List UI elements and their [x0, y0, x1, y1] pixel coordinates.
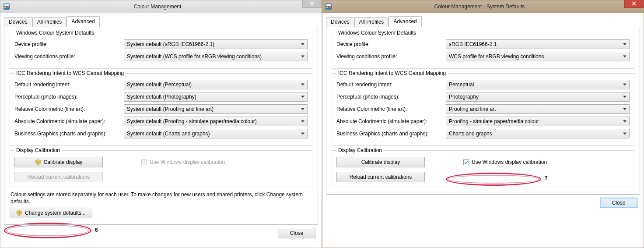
perceptual-label: Perceptual (photo images):	[14, 94, 124, 100]
titlebar[interactable]: Colour Management	[0, 0, 322, 13]
calibrate-display-label: Calibrate display	[44, 159, 83, 165]
reload-calibrations-button[interactable]: Reload current calibrations	[336, 172, 425, 182]
tabstrip: Devices All Profiles Advanced	[4, 17, 318, 27]
app-icon	[3, 3, 10, 10]
group-legend: Windows Colour System Defaults	[336, 30, 418, 36]
default-intent-label: Default rendering intent:	[14, 81, 124, 88]
close-dialog-button[interactable]: Close	[278, 228, 315, 238]
change-system-defaults-button[interactable]: Change system defaults...	[10, 208, 92, 218]
change-system-defaults-label: Change system defaults...	[25, 210, 86, 216]
absolute-label: Absolute Colorimetric (simulate paper):	[14, 118, 124, 124]
window-colour-management-system-defaults: Colour Management - System Defaults Devi…	[322, 0, 644, 248]
group-windows-defaults: Windows Colour System Defaults Device pr…	[332, 33, 634, 69]
default-intent-label: Default rendering intent:	[336, 81, 446, 88]
viewing-conditions-label: Viewing conditions profile:	[14, 53, 124, 60]
business-select[interactable]: System default (Charts and graphs)	[124, 129, 308, 138]
calibrate-display-button[interactable]: Calibrate display	[14, 157, 103, 167]
default-intent-select[interactable]: Perceptual	[446, 80, 630, 89]
group-display-calibration: Display Calibration Calibrate display Us…	[332, 150, 634, 187]
svg-rect-6	[326, 7, 328, 8]
relative-value: Proofing and line art	[449, 106, 496, 112]
close-dialog-button[interactable]: Close	[600, 198, 637, 208]
viewing-conditions-select[interactable]: WCS profile for sRGB viewing conditions	[446, 52, 630, 61]
close-icon	[310, 1, 314, 6]
group-legend: Display Calibration	[336, 147, 384, 153]
tab-devices[interactable]: Devices	[326, 17, 354, 27]
uac-shield-icon	[16, 210, 22, 216]
tab-panel-advanced: Windows Colour System Defaults Device pr…	[326, 27, 640, 195]
checkbox-box	[141, 159, 147, 165]
tab-advanced[interactable]: Advanced	[66, 16, 99, 27]
group-windows-defaults: Windows Colour System Defaults Device pr…	[10, 33, 312, 69]
dialog-footer: Close	[326, 195, 640, 211]
viewing-conditions-value: WCS profile for sRGB viewing conditions	[449, 53, 544, 60]
device-profile-label: Device profile:	[336, 41, 446, 47]
reload-calibrations-label: Reload current calibrations	[28, 174, 90, 180]
annotation-number-6: 6	[95, 227, 98, 233]
tab-advanced[interactable]: Advanced	[388, 16, 421, 27]
svg-rect-3	[7, 7, 9, 8]
tabstrip: Devices All Profiles Advanced	[326, 17, 640, 27]
group-legend: Windows Colour System Defaults	[14, 30, 96, 36]
svg-rect-2	[4, 7, 6, 8]
close-button[interactable]	[624, 0, 644, 8]
perceptual-select[interactable]: Photography	[446, 92, 630, 102]
default-intent-value: Perceptual	[449, 81, 474, 88]
device-profile-select[interactable]: sRGB IEC61966-2.1	[446, 39, 630, 49]
svg-rect-7	[329, 7, 331, 8]
hint-text: Colour settings are stored separately fo…	[10, 191, 312, 205]
window-title: Colour Management	[13, 4, 302, 10]
close-icon	[632, 1, 636, 6]
close-label: Close	[290, 230, 304, 236]
window-colour-management: Colour Management Devices All Profiles A…	[0, 0, 322, 248]
titlebar[interactable]: Colour Management - System Defaults	[322, 0, 644, 13]
business-select[interactable]: Charts and graphs	[446, 129, 630, 138]
business-value: Charts and graphs	[449, 131, 492, 137]
default-intent-value: System default (Perceptual)	[127, 81, 192, 88]
close-label: Close	[612, 200, 626, 206]
reload-calibrations-button: Reload current calibrations	[14, 172, 103, 182]
group-legend: ICC Rendering Intent to WCS Gamut Mappin…	[14, 70, 126, 76]
business-label: Business Graphics (charts and graphs):	[14, 131, 124, 137]
relative-select[interactable]: System default (Proofing and line art)	[124, 104, 308, 114]
absolute-select[interactable]: Proofing - simulate paper/media colour	[446, 117, 630, 126]
window-title: Colour Management - System Defaults	[335, 4, 624, 10]
viewing-conditions-value: System default (WCS profile for sRGB vie…	[127, 53, 262, 60]
relative-label: Relative Colorimetric (line art):	[14, 106, 124, 112]
group-icc-mapping: ICC Rendering Intent to WCS Gamut Mappin…	[10, 73, 312, 146]
close-button[interactable]	[302, 0, 322, 8]
calibrate-display-button[interactable]: Calibrate display	[336, 157, 425, 167]
checkbox-box	[463, 159, 469, 165]
reload-calibrations-label: Reload current calibrations	[350, 174, 412, 180]
relative-value: System default (Proofing and line art)	[127, 106, 214, 112]
checkbox-label: Use Windows display calibration	[150, 159, 225, 165]
use-windows-calibration-checkbox[interactable]: Use Windows display calibration	[463, 159, 547, 165]
business-value: System default (Charts and graphs)	[127, 131, 210, 137]
absolute-select[interactable]: System default (Proofing - simulate pape…	[124, 117, 308, 126]
relative-select[interactable]: Proofing and line art	[446, 104, 630, 114]
relative-label: Relative Colorimetric (line art):	[336, 106, 446, 112]
uac-shield-icon	[35, 159, 41, 165]
device-profile-value: sRGB IEC61966-2.1	[449, 41, 497, 47]
absolute-value: Proofing - simulate paper/media colour	[449, 118, 539, 124]
client-area: Devices All Profiles Advanced Windows Co…	[0, 13, 322, 248]
viewing-conditions-select[interactable]: System default (WCS profile for sRGB vie…	[124, 52, 308, 61]
tab-devices[interactable]: Devices	[4, 17, 32, 27]
device-profile-select[interactable]: System default (sRGB IEC61966-2.1)	[124, 39, 308, 49]
calibrate-display-label: Calibrate display	[361, 159, 400, 165]
svg-rect-5	[326, 4, 331, 6]
device-profile-label: Device profile:	[14, 41, 124, 47]
device-profile-value: System default (sRGB IEC61966-2.1)	[127, 41, 214, 47]
tab-all-profiles[interactable]: All Profiles	[32, 17, 67, 27]
svg-rect-1	[4, 4, 9, 6]
group-legend: Display Calibration	[14, 147, 62, 153]
absolute-label: Absolute Colorimetric (simulate paper):	[336, 118, 446, 124]
use-windows-calibration-checkbox: Use Windows display calibration	[141, 159, 225, 165]
dialog-footer: Close	[4, 225, 318, 241]
tab-all-profiles[interactable]: All Profiles	[354, 17, 389, 27]
perceptual-select[interactable]: System default (Photography)	[124, 92, 308, 102]
check-icon	[464, 160, 468, 164]
default-intent-select[interactable]: System default (Perceptual)	[124, 80, 308, 89]
viewing-conditions-label: Viewing conditions profile:	[336, 53, 446, 60]
checkbox-label: Use Windows display calibration	[472, 159, 547, 165]
